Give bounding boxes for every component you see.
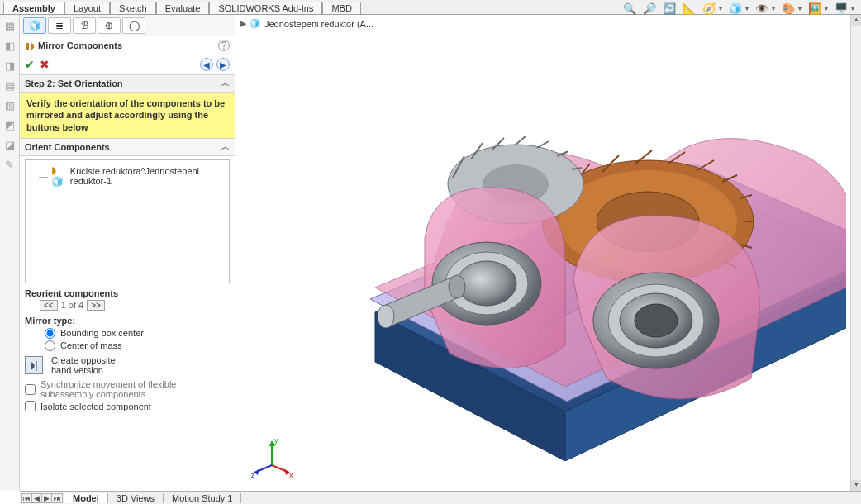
tool-icon[interactable]: ◨ — [2, 58, 17, 73]
tab-mbd[interactable]: MBD — [322, 2, 360, 14]
list-item-label: Kuciste reduktora^Jednostepeni reduktor-… — [70, 166, 226, 186]
appearance-icon[interactable]: 🎨 — [782, 2, 795, 15]
fm-tab-feature-tree[interactable]: 🧊 — [23, 17, 46, 34]
bottom-view-tabs: ⏮ ◀ ▶ ⏭ Model 3D Views Motion Study 1 — [20, 491, 861, 504]
tab-nav-last[interactable]: ⏭ — [52, 494, 62, 502]
tab-layout[interactable]: Layout — [64, 2, 110, 14]
tool-icon[interactable]: ◧ — [2, 38, 17, 53]
pm-header: ▮◗ Mirror Components ? — [20, 36, 235, 55]
tab-assembly[interactable]: Assembly — [3, 2, 64, 14]
prev-view-icon[interactable]: ↩️ — [663, 2, 676, 15]
radio-label: Bounding box center — [60, 328, 144, 338]
pager-next-button[interactable]: >> — [87, 300, 105, 311]
components-list[interactable]: — ◗🧊 Kuciste reduktora^Jednostepeni redu… — [25, 159, 230, 283]
view-settings-icon[interactable]: 🖥️ — [835, 2, 848, 15]
ok-button[interactable]: ✔ — [25, 58, 35, 71]
pager-text: 1 of 4 — [61, 300, 84, 310]
tab-evaluate[interactable]: Evaluate — [156, 2, 210, 14]
mirror-type-label: Mirror type: — [20, 314, 235, 327]
cancel-button[interactable]: ✖ — [40, 58, 50, 71]
tool-icon[interactable]: ◩ — [2, 117, 17, 132]
checkbox-label: Synchronize movement of flexible subasse… — [40, 379, 230, 399]
svg-point-33 — [449, 275, 465, 298]
scroll-track[interactable] — [851, 26, 861, 480]
mirror-icon: ▮◗ — [25, 40, 35, 51]
svg-line-23 — [516, 136, 526, 145]
svg-text:z: z — [251, 471, 255, 479]
view-toolbar: 🔍 🔎 ↩️ 📐 🧭▾ 🧊▾ 👁️▾ 🎨▾ 🖼️▾ 🖥️▾ — [623, 2, 854, 15]
scroll-up-icon[interactable]: ▴ — [851, 15, 861, 26]
create-opposite-label: Create opposite hand version — [51, 355, 116, 375]
fm-tab-config[interactable]: ℬ — [73, 17, 96, 34]
step-header: Step 2: Set Orientation ︿ — [20, 74, 235, 93]
zoom-fit-icon[interactable]: 🔍 — [623, 2, 636, 15]
dropdown-icon[interactable]: ▾ — [772, 5, 775, 12]
part-icon: ◗🧊 — [51, 164, 67, 188]
tool-icon[interactable]: ✎ — [2, 157, 17, 172]
fm-tab-property[interactable]: ≣ — [48, 17, 71, 34]
scroll-down-icon[interactable]: ▾ — [851, 480, 861, 491]
prev-step-button[interactable]: ◀ — [200, 58, 213, 71]
collapse-icon[interactable]: ︿ — [221, 141, 230, 153]
collapse-icon[interactable]: ︿ — [221, 78, 230, 89]
next-step-button[interactable]: ▶ — [216, 58, 230, 71]
pm-title: Mirror Components — [38, 40, 218, 50]
radio-center-of-mass[interactable]: Center of mass — [20, 340, 235, 352]
origin-triad[interactable]: x y z — [251, 436, 293, 478]
graphics-viewport[interactable]: ▶ 🧊 Jednostepeni reduktor (A... — [235, 15, 861, 491]
tab-nav-first[interactable]: ⏮ — [22, 494, 32, 502]
svg-point-30 — [457, 261, 516, 306]
radio-bounding-box[interactable]: Bounding box center — [20, 327, 235, 340]
fm-tabbar: 🧊 ≣ ℬ ⊕ ◯ — [20, 15, 235, 36]
vertical-scrollbar[interactable]: ▴ ▾ — [850, 15, 861, 491]
tab-addins[interactable]: SOLIDWORKS Add-Ins — [209, 2, 322, 14]
zoom-area-icon[interactable]: 🔎 — [643, 2, 656, 15]
svg-text:y: y — [274, 436, 278, 445]
display-style-icon[interactable]: 🧊 — [729, 2, 742, 15]
bottom-tab-motion[interactable]: Motion Study 1 — [164, 493, 241, 503]
dropdown-icon[interactable]: ▾ — [745, 5, 749, 12]
dropdown-icon[interactable]: ▾ — [719, 5, 722, 12]
checkbox-sync[interactable]: Synchronize movement of flexible subasse… — [20, 378, 235, 400]
bottom-tab-model[interactable]: Model — [64, 493, 108, 503]
list-item[interactable]: — ◗🧊 Kuciste reduktora^Jednostepeni redu… — [29, 164, 226, 188]
radio-input[interactable] — [45, 328, 55, 339]
tool-icon[interactable]: ▥ — [2, 97, 17, 112]
create-opposite-button[interactable]: ◗| — [25, 356, 43, 374]
bottom-tab-nav: ⏮ ◀ ▶ ⏭ — [21, 493, 63, 503]
radio-label: Center of mass — [60, 340, 122, 350]
section-view-icon[interactable]: 📐 — [683, 2, 696, 15]
orient-header-label: Orient Components — [25, 142, 110, 152]
hide-show-icon[interactable]: 👁️ — [755, 2, 768, 15]
tool-icon[interactable]: ◪ — [2, 137, 17, 152]
model-render — [235, 15, 861, 491]
tool-icon[interactable]: ▤ — [2, 78, 17, 93]
checkbox-isolate[interactable]: Isolate selected component — [20, 400, 235, 412]
view-orientation-icon[interactable]: 🧭 — [702, 2, 716, 15]
fm-tab-dim[interactable]: ⊕ — [98, 17, 121, 34]
tab-sketch[interactable]: Sketch — [110, 2, 156, 14]
dropdown-icon[interactable]: ▾ — [825, 5, 828, 12]
svg-point-37 — [635, 304, 678, 337]
bottom-tab-3dviews[interactable]: 3D Views — [108, 493, 164, 503]
left-toolbar: ▦ ◧ ◨ ▤ ▥ ◩ ◪ ✎ — [0, 15, 20, 491]
checkbox-input[interactable] — [25, 401, 36, 411]
tree-connector-icon: — — [39, 171, 48, 181]
reorient-pager: << 1 of 4 >> — [20, 300, 235, 314]
tab-nav-next[interactable]: ▶ — [42, 494, 52, 502]
pm-confirm-row: ✔ ✖ ◀ ▶ — [20, 55, 235, 74]
tool-icon[interactable]: ▦ — [2, 18, 17, 33]
dropdown-icon[interactable]: ▾ — [851, 5, 854, 12]
tab-nav-prev[interactable]: ◀ — [32, 494, 42, 502]
dropdown-icon[interactable]: ▾ — [798, 5, 802, 12]
scene-icon[interactable]: 🖼️ — [808, 2, 821, 15]
checkbox-input[interactable] — [25, 384, 36, 395]
radio-input[interactable] — [45, 340, 55, 351]
orient-section-header: Orient Components ︿ — [20, 138, 235, 156]
pager-prev-button[interactable]: << — [40, 300, 58, 311]
step-help-text: Verify the orientation of the components… — [20, 93, 235, 138]
help-icon[interactable]: ? — [218, 40, 230, 51]
fm-tab-display[interactable]: ◯ — [122, 17, 145, 34]
checkbox-label: Isolate selected component — [40, 402, 151, 411]
step-header-label: Step 2: Set Orientation — [25, 78, 123, 88]
